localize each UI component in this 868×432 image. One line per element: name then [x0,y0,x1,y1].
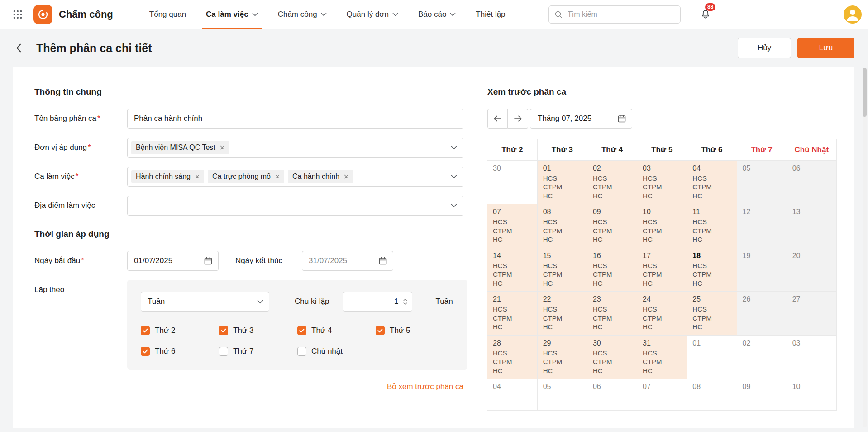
calendar-day-cell[interactable]: 01 [687,335,737,379]
remove-tag-icon[interactable] [220,145,224,150]
checkbox[interactable] [141,326,150,335]
calendar-day-cell[interactable]: 10HCSCTPMHC [637,204,687,248]
day-number: 06 [593,383,631,391]
calendar-day-cell[interactable]: 17HCSCTPMHC [637,248,687,292]
calendar-day-cell[interactable]: 11HCSCTPMHC [687,204,737,248]
hide-preview-link[interactable]: Bỏ xem trước phân ca [34,382,463,391]
label-text: Tên bảng phân ca [34,114,96,123]
month-picker[interactable]: Tháng 07, 2025 [530,109,632,129]
end-date-input[interactable]: 31/07/2025 [302,251,393,271]
back-button[interactable] [14,40,29,56]
next-month-button[interactable] [508,109,528,129]
checkbox[interactable] [297,326,306,335]
calendar-day-cell[interactable]: 06 [787,160,836,204]
checkbox[interactable] [219,347,228,356]
calendar-day-cell[interactable]: 22HCSCTPMHC [537,292,587,336]
calendar-day-cell[interactable]: 23HCSCTPMHC [587,292,637,336]
calendar-day-cell[interactable]: 31HCSCTPMHC [637,335,687,379]
stepper-up-icon [403,298,407,301]
calendar-day-cell[interactable]: 08HCSCTPMHC [537,204,587,248]
repeat-day-6[interactable]: Thứ 7 [219,347,297,356]
calendar-day-cell[interactable]: 05 [737,160,787,204]
location-chevron[interactable] [451,204,457,208]
app-logo[interactable] [33,5,52,24]
checkbox[interactable] [219,326,228,335]
calendar-day-cell[interactable]: 12 [737,204,787,248]
shift-table-name-input[interactable] [127,109,463,129]
shifts-select[interactable]: Hành chính sángCa trực phòng mổCa hành c… [127,167,463,187]
notification-button[interactable]: 88 [699,8,712,21]
search-box[interactable] [548,5,681,24]
search-input[interactable] [567,10,675,19]
nav-item-3[interactable]: Chấm công [268,0,337,29]
scrollbar-thumb[interactable] [863,68,867,117]
calendar-day-cell[interactable]: 03 [787,335,836,379]
app-grid-icon[interactable] [11,8,24,21]
unit-chevron[interactable] [451,146,457,150]
repeat-day-2[interactable]: Thứ 3 [219,326,297,335]
save-button[interactable]: Lưu [797,38,854,58]
calendar-day-cell[interactable]: 28HCSCTPMHC [487,335,537,379]
checkbox[interactable] [297,347,306,356]
shifts-chevron[interactable] [451,175,457,179]
calendar-day-cell[interactable]: 01HCSCTPMHC [537,160,587,204]
cycle-value-input[interactable] [350,297,403,307]
calendar-day-cell[interactable]: 15HCSCTPMHC [537,248,587,292]
calendar-day-cell[interactable]: 06 [587,379,637,411]
arrow-right-icon [514,115,522,122]
remove-tag-icon[interactable] [275,174,280,179]
calendar-day-cell[interactable]: 25HCSCTPMHC [687,292,737,336]
calendar-day-cell[interactable]: 27 [787,292,836,336]
nav-item-5[interactable]: Báo cáo [408,0,466,29]
repeat-type-select[interactable]: Tuần [141,292,269,312]
calendar-day-cell[interactable]: 02 [737,335,787,379]
repeat-day-1[interactable]: Thứ 2 [141,326,219,335]
prev-month-button[interactable] [487,109,508,129]
start-date-input[interactable]: 01/07/2025 [127,251,219,271]
calendar-day-cell[interactable]: 04 [487,379,537,411]
vertical-scrollbar[interactable] [863,68,867,427]
calendar-day-cell[interactable]: 20 [787,248,836,292]
nav-item-2[interactable]: Ca làm việc [196,0,268,29]
repeat-day-3[interactable]: Thứ 4 [297,326,376,335]
calendar-day-cell[interactable]: 09 [737,379,787,411]
remove-tag-icon[interactable] [344,174,348,179]
location-select[interactable] [127,196,463,216]
checkbox[interactable] [141,347,150,356]
calendar-day-cell[interactable]: 26 [737,292,787,336]
calendar-day-cell[interactable]: 24HCSCTPMHC [637,292,687,336]
nav-item-1[interactable]: Tổng quan [139,0,196,29]
calendar-day-cell[interactable]: 16HCSCTPMHC [587,248,637,292]
unit-select[interactable]: Bệnh viện MISA QC Test [127,138,463,158]
calendar-day-cell[interactable]: 30 [487,160,537,204]
calendar-day-cell[interactable]: 14HCSCTPMHC [487,248,537,292]
repeat-day-4[interactable]: Thứ 5 [376,326,454,335]
user-avatar[interactable] [844,5,862,24]
calendar-day-cell[interactable]: 13 [787,204,836,248]
calendar-day-cell[interactable]: 04HCSCTPMHC [687,160,737,204]
calendar-day-cell[interactable]: 10 [787,379,836,411]
cycle-stepper[interactable] [403,298,407,305]
required-mark: * [97,114,100,123]
calendar-day-cell[interactable]: 02HCSCTPMHC [587,160,637,204]
calendar-day-cell[interactable]: 19 [737,248,787,292]
calendar-day-cell[interactable]: 09HCSCTPMHC [587,204,637,248]
nav-item-4[interactable]: Quản lý đơn [337,0,408,29]
calendar-day-cell[interactable]: 07HCSCTPMHC [487,204,537,248]
remove-tag-icon[interactable] [195,174,200,179]
checkbox[interactable] [376,326,385,335]
person-icon [844,5,862,24]
calendar-day-cell[interactable]: 21HCSCTPMHC [487,292,537,336]
nav-item-6[interactable]: Thiết lập [466,0,515,29]
calendar-day-cell[interactable]: 03HCSCTPMHC [637,160,687,204]
repeat-day-5[interactable]: Thứ 6 [141,347,219,356]
calendar-day-cell[interactable]: 18HCSCTPMHC [687,248,737,292]
calendar-day-cell[interactable]: 07 [637,379,687,411]
calendar-day-cell[interactable]: 30HCSCTPMHC [587,335,637,379]
calendar-day-cell[interactable]: 05 [537,379,587,411]
header-actions: Hủy Lưu [738,38,854,58]
calendar-day-cell[interactable]: 08 [687,379,737,411]
calendar-day-cell[interactable]: 29HCSCTPMHC [537,335,587,379]
cancel-button[interactable]: Hủy [738,38,791,58]
repeat-day-7[interactable]: Chủ nhật [297,347,376,356]
